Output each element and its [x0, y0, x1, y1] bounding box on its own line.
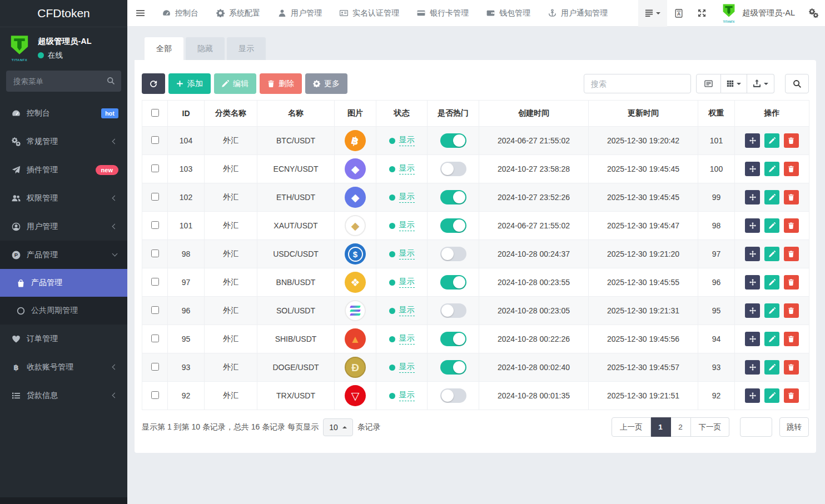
table-search-input[interactable]: [584, 74, 691, 93]
move-row-button[interactable]: [745, 247, 760, 261]
status-link[interactable]: 显示: [389, 277, 415, 288]
page-button-2[interactable]: 2: [671, 417, 691, 437]
card-view-button[interactable]: [696, 74, 721, 93]
language-button[interactable]: [667, 0, 690, 27]
row-checkbox[interactable]: [151, 221, 159, 229]
move-row-button[interactable]: [745, 133, 760, 148]
menu-search-input[interactable]: [6, 71, 121, 92]
edit-row-button[interactable]: [764, 360, 779, 375]
topnav-item-kyc-manage[interactable]: 实名认证管理: [331, 0, 408, 27]
menu-dropdown-button[interactable]: [638, 0, 667, 27]
delete-button[interactable]: 删除: [260, 73, 302, 94]
topnav-item-dashboard[interactable]: 控制台: [153, 0, 207, 27]
sidebar-subitem-public-cycle[interactable]: 公共周期管理: [0, 297, 127, 325]
move-row-button[interactable]: [745, 388, 760, 403]
edit-row-button[interactable]: [764, 388, 779, 403]
sidebar-item-permissions[interactable]: 权限管理: [0, 184, 127, 212]
hot-toggle[interactable]: [440, 190, 466, 204]
move-row-button[interactable]: [745, 303, 760, 318]
jump-page-input[interactable]: [740, 417, 772, 437]
move-row-button[interactable]: [745, 218, 760, 233]
edit-row-button[interactable]: [764, 218, 779, 233]
delete-row-button[interactable]: [784, 218, 799, 233]
add-button[interactable]: 添加: [168, 73, 211, 94]
hot-toggle[interactable]: [440, 360, 466, 375]
row-checkbox[interactable]: [151, 306, 159, 314]
row-checkbox[interactable]: [151, 136, 159, 144]
profile-menu[interactable]: TITANFX 超级管理员-AL: [714, 3, 802, 23]
row-checkbox[interactable]: [151, 391, 159, 399]
status-link[interactable]: 显示: [389, 248, 415, 260]
edit-row-button[interactable]: [764, 303, 779, 318]
page-button-1[interactable]: 1: [651, 417, 671, 437]
delete-row-button[interactable]: [784, 360, 799, 375]
move-row-button[interactable]: [745, 332, 760, 346]
edit-row-button[interactable]: [764, 247, 779, 261]
move-row-button[interactable]: [745, 275, 760, 290]
row-checkbox[interactable]: [151, 164, 159, 172]
status-link[interactable]: 显示: [389, 163, 415, 174]
page-size-select[interactable]: 10: [323, 418, 353, 436]
edit-row-button[interactable]: [764, 162, 779, 176]
hot-toggle[interactable]: [440, 303, 466, 318]
delete-row-button[interactable]: [784, 303, 799, 318]
delete-row-button[interactable]: [784, 162, 799, 176]
delete-row-button[interactable]: [784, 275, 799, 290]
hot-toggle[interactable]: [440, 388, 466, 403]
sidebar-item-products[interactable]: 产品管理: [0, 241, 127, 269]
sidebar-item-payment-accounts[interactable]: 收款账号管理: [0, 353, 127, 381]
hot-toggle[interactable]: [440, 275, 466, 290]
row-checkbox[interactable]: [151, 249, 159, 257]
sidebar-item-plugins[interactable]: 插件管理 new: [0, 156, 127, 184]
jump-button[interactable]: 跳转: [779, 417, 809, 437]
hot-toggle[interactable]: [440, 247, 466, 261]
columns-button[interactable]: [721, 74, 747, 93]
fullscreen-button[interactable]: [690, 0, 714, 27]
status-link[interactable]: 显示: [389, 192, 415, 203]
sidebar-item-dashboard[interactable]: 控制台 hot: [0, 99, 127, 127]
topnav-item-user-manage[interactable]: 用户管理: [269, 0, 331, 27]
hot-toggle[interactable]: [440, 162, 466, 176]
row-checkbox[interactable]: [151, 278, 159, 286]
topnav-item-notify-manage[interactable]: 用户通知管理: [539, 0, 617, 27]
status-link[interactable]: 显示: [389, 135, 415, 146]
topnav-item-system-config[interactable]: 系统配置: [207, 0, 269, 27]
status-link[interactable]: 显示: [389, 333, 415, 345]
row-checkbox[interactable]: [151, 363, 159, 371]
delete-row-button[interactable]: [784, 332, 799, 346]
topnav-item-wallet-manage[interactable]: 钱包管理: [478, 0, 539, 27]
move-row-button[interactable]: [745, 162, 760, 176]
settings-button[interactable]: [802, 0, 825, 27]
search-submit-button[interactable]: [785, 74, 809, 93]
tab-hidden[interactable]: 隐藏: [186, 37, 225, 60]
delete-row-button[interactable]: [784, 133, 799, 148]
edit-row-button[interactable]: [764, 275, 779, 290]
status-link[interactable]: 显示: [389, 220, 415, 231]
sidebar-item-loan-info[interactable]: 贷款信息: [0, 381, 127, 410]
delete-row-button[interactable]: [784, 247, 799, 261]
hot-toggle[interactable]: [440, 218, 466, 233]
tab-shown[interactable]: 显示: [227, 37, 266, 60]
status-link[interactable]: 显示: [389, 362, 415, 373]
next-page-button[interactable]: 下一页: [691, 417, 730, 437]
edit-row-button[interactable]: [764, 332, 779, 346]
delete-row-button[interactable]: [784, 388, 799, 403]
status-link[interactable]: 显示: [389, 390, 415, 401]
status-link[interactable]: 显示: [389, 305, 415, 316]
hot-toggle[interactable]: [440, 133, 466, 148]
refresh-button[interactable]: [142, 73, 165, 94]
edit-row-button[interactable]: [764, 133, 779, 148]
edit-row-button[interactable]: [764, 190, 779, 204]
row-checkbox[interactable]: [151, 193, 159, 201]
tab-all[interactable]: 全部: [145, 37, 183, 60]
sidebar-item-orders[interactable]: 订单管理: [0, 325, 127, 353]
prev-page-button[interactable]: 上一页: [612, 417, 651, 437]
export-button[interactable]: [747, 74, 774, 93]
row-checkbox[interactable]: [151, 335, 159, 342]
delete-row-button[interactable]: [784, 190, 799, 204]
sidebar-item-users[interactable]: 用户管理: [0, 212, 127, 241]
move-row-button[interactable]: [745, 360, 760, 375]
topnav-item-bankcard-manage[interactable]: 银行卡管理: [408, 0, 478, 27]
sidebar-item-general[interactable]: 常规管理: [0, 127, 127, 156]
sidebar-toggle-button[interactable]: [127, 0, 153, 27]
